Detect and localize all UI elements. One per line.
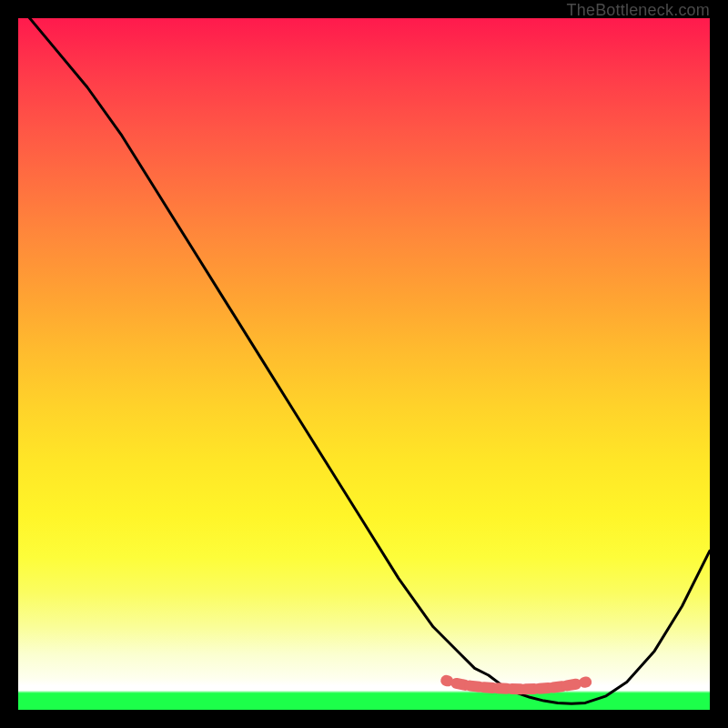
marker-layer	[440, 674, 592, 695]
curve-layer	[18, 18, 710, 703]
chart-frame: TheBottleneck.com	[0, 0, 728, 728]
marker-dash	[561, 678, 582, 693]
bottleneck-curve	[18, 18, 710, 703]
chart-svg	[18, 18, 710, 710]
plot-area	[18, 18, 710, 710]
watermark-text: TheBottleneck.com	[567, 1, 710, 20]
